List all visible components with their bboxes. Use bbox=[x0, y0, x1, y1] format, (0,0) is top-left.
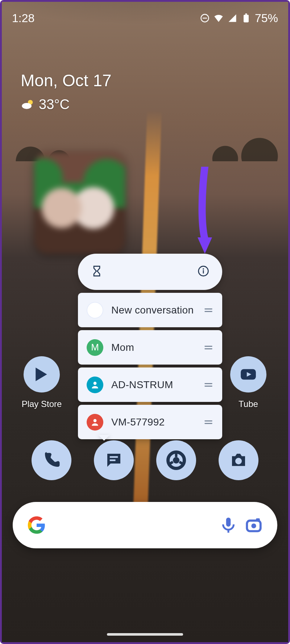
phone-icon bbox=[42, 450, 61, 470]
svg-rect-3 bbox=[245, 13, 247, 15]
pause-app-button[interactable] bbox=[91, 265, 103, 278]
weather-cloudy-sun-icon bbox=[21, 97, 35, 112]
shortcut-label: VM-577992 bbox=[111, 416, 195, 428]
signal-icon bbox=[227, 13, 237, 23]
wifi-icon bbox=[214, 13, 224, 23]
svg-point-7 bbox=[203, 268, 204, 270]
messages-icon bbox=[104, 450, 124, 470]
app-shortcut-popup: + New conversation M Mom AD-NSTRUM VM-57… bbox=[78, 254, 222, 439]
date-text: Mon, Oct 17 bbox=[21, 71, 112, 90]
app-info-button[interactable] bbox=[198, 265, 209, 278]
dock bbox=[2, 440, 288, 480]
shortcut-new-conversation[interactable]: + New conversation bbox=[78, 293, 222, 327]
annotation-arrow bbox=[198, 167, 212, 254]
drag-handle-icon[interactable] bbox=[203, 305, 214, 315]
svg-point-13 bbox=[173, 457, 179, 464]
photo-widget[interactable] bbox=[34, 152, 125, 254]
contact-avatar: M bbox=[87, 339, 103, 356]
dock-phone[interactable] bbox=[32, 440, 71, 480]
svg-point-5 bbox=[22, 103, 32, 109]
svg-rect-19 bbox=[256, 518, 260, 521]
mic-icon[interactable] bbox=[219, 516, 237, 534]
status-time: 1:28 bbox=[12, 12, 34, 25]
playstore-icon-bg bbox=[24, 356, 60, 392]
dock-chrome[interactable] bbox=[156, 440, 196, 480]
shortcut-contact-vm577992[interactable]: VM-577992 bbox=[78, 405, 222, 439]
google-g-icon bbox=[27, 516, 46, 535]
at-a-glance-widget[interactable]: Mon, Oct 17 33°C bbox=[21, 71, 112, 112]
contact-avatar bbox=[87, 414, 103, 431]
weather-row: 33°C bbox=[21, 97, 112, 112]
status-right: 75% bbox=[200, 12, 278, 25]
playstore-icon bbox=[33, 365, 51, 383]
dock-messages[interactable] bbox=[94, 440, 134, 480]
app-label: Tube bbox=[239, 399, 258, 409]
drag-handle-icon[interactable] bbox=[203, 417, 214, 427]
lens-icon[interactable] bbox=[245, 516, 263, 534]
svg-point-14 bbox=[235, 458, 242, 464]
dnd-icon bbox=[200, 13, 210, 23]
shortcut-label: Mom bbox=[111, 342, 195, 353]
camera-icon bbox=[229, 450, 248, 470]
hourglass-icon bbox=[91, 265, 103, 277]
app-youtube[interactable]: Tube bbox=[223, 356, 274, 409]
plus-icon: + bbox=[87, 302, 103, 319]
app-row: Play Store Tube bbox=[2, 356, 288, 409]
battery-icon bbox=[241, 13, 251, 23]
status-battery: 75% bbox=[255, 12, 278, 25]
youtube-icon bbox=[239, 365, 257, 383]
svg-point-18 bbox=[251, 523, 256, 528]
shortcut-label: New conversation bbox=[111, 304, 195, 316]
chrome-icon bbox=[166, 450, 186, 470]
app-playstore[interactable]: Play Store bbox=[16, 356, 67, 409]
youtube-icon-bg bbox=[230, 356, 266, 392]
gesture-bar[interactable] bbox=[107, 633, 183, 636]
status-bar: 1:28 75% bbox=[2, 9, 288, 27]
svg-rect-15 bbox=[226, 518, 231, 527]
drag-handle-icon[interactable] bbox=[203, 342, 214, 353]
dock-camera[interactable] bbox=[219, 440, 258, 480]
app-label: Play Store bbox=[22, 399, 62, 409]
svg-point-10 bbox=[94, 419, 97, 422]
svg-rect-8 bbox=[203, 270, 204, 273]
info-icon bbox=[198, 265, 209, 277]
google-search-bar[interactable] bbox=[13, 502, 277, 548]
phone-frame: 1:28 75% Mon, Oct 17 33°C bbox=[0, 0, 290, 644]
shortcut-header bbox=[78, 254, 222, 290]
weather-temp: 33°C bbox=[39, 97, 70, 112]
svg-rect-2 bbox=[244, 15, 249, 22]
person-icon bbox=[90, 417, 100, 427]
